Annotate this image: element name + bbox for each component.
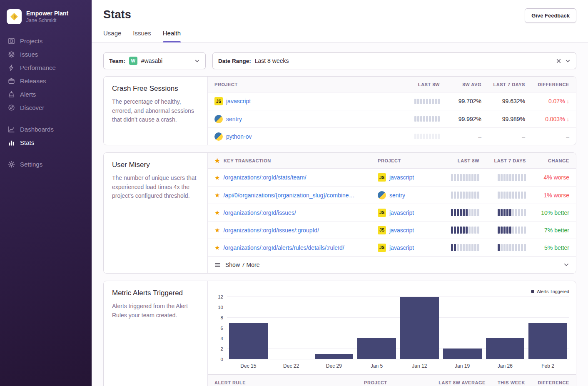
change-value: 1% worse <box>526 192 569 199</box>
sidebar-item-settings[interactable]: Settings <box>0 157 92 171</box>
sidebar-item-discover[interactable]: Discover <box>0 101 92 114</box>
main-content: Stats Give Feedback Usage Issues Health … <box>92 0 588 386</box>
sessions-sparkline <box>414 116 440 122</box>
team-avatar: W <box>129 57 137 65</box>
date-range-select[interactable]: Date Range: Last 8 weeks <box>212 52 576 69</box>
difference-value: 0.07% ↓ <box>525 98 569 105</box>
star-icon: ★ <box>214 157 220 164</box>
panel-title: Crash Free Sessions <box>112 85 199 93</box>
sidebar-item-label: Settings <box>20 161 42 168</box>
chart-x-label: Dec 15 <box>227 363 270 369</box>
user-name: Jane Schmidt <box>26 17 68 23</box>
table-row: ★ /organizations/:orgId/alerts/rules/det… <box>208 239 576 256</box>
performance-icon <box>7 64 15 71</box>
project-link[interactable]: sentry <box>226 116 242 122</box>
page-header: Stats Give Feedback <box>92 0 588 23</box>
sidebar-item-dashboards[interactable]: Dashboards <box>0 122 92 136</box>
sidebar-item-releases[interactable]: Releases <box>0 74 92 87</box>
crash-free-sessions-panel: Crash Free Sessions The percentage of he… <box>103 76 576 145</box>
key-transaction-star-icon[interactable]: ★ <box>214 244 220 251</box>
misery-sparkline-8w <box>451 174 479 181</box>
down-arrow-icon: ↓ <box>567 98 570 105</box>
panel-title: User Misery <box>112 161 199 169</box>
content-area: Team: W #wasabi Date Range: Last 8 weeks… <box>92 42 588 386</box>
key-transaction-star-icon[interactable]: ★ <box>214 192 220 198</box>
clear-date-icon[interactable] <box>556 58 561 64</box>
last-7d-value: – <box>481 133 525 140</box>
sidebar-item-label: Dashboards <box>20 126 54 133</box>
down-arrow-icon: ↓ <box>567 116 570 122</box>
chevron-down-icon <box>194 58 200 64</box>
change-value: 5% better <box>526 244 569 251</box>
legend-dot-icon <box>531 290 534 293</box>
project-link[interactable]: sentry <box>389 192 405 199</box>
chart-x-label: Dec 29 <box>313 363 356 369</box>
list-icon <box>214 262 221 268</box>
javascript-platform-icon: JS <box>378 209 386 217</box>
sidebar-item-issues[interactable]: Issues <box>0 47 92 61</box>
give-feedback-button[interactable]: Give Feedback <box>525 8 576 23</box>
javascript-platform-icon: JS <box>378 226 386 234</box>
project-link[interactable]: javascript <box>389 209 414 216</box>
key-transaction-star-icon[interactable]: ★ <box>214 209 220 216</box>
org-logo-icon <box>7 9 22 24</box>
chevron-down-icon <box>565 58 571 64</box>
change-value: 10% better <box>526 209 569 216</box>
transaction-link[interactable]: /api/0/organizations/{organization_slug}… <box>223 192 354 199</box>
panel-description: User Misery The number of unique users t… <box>104 153 208 273</box>
dashboards-icon <box>7 125 15 133</box>
misery-sparkline-7d <box>498 174 526 181</box>
transaction-link[interactable]: /organizations/:orgId/stats/team/ <box>223 174 306 181</box>
difference-value: 0.003% ↓ <box>525 116 569 122</box>
transaction-link[interactable]: /organizations/:orgId/alerts/rules/detai… <box>223 244 344 251</box>
col-8w-avg: 8W Avg <box>440 82 481 87</box>
project-link[interactable]: javascript <box>389 174 414 181</box>
python-platform-icon <box>214 132 223 141</box>
user-misery-panel: User Misery The number of unique users t… <box>103 152 576 274</box>
project-link[interactable]: javascript <box>226 98 251 105</box>
sidebar-item-label: Stats <box>20 139 34 146</box>
sidebar-item-stats[interactable]: Stats <box>0 136 92 149</box>
table-row: ★ /organizations/:orgId/issues/:groupId/… <box>208 221 576 239</box>
transaction-link[interactable]: /organizations/:orgId/issues/:groupId/ <box>223 227 319 234</box>
javascript-platform-icon: JS <box>378 173 386 182</box>
sidebar-item-label: Issues <box>20 51 38 58</box>
sidebar-item-performance[interactable]: Performance <box>0 61 92 74</box>
chart-x-label: Jan 19 <box>441 363 484 369</box>
releases-icon <box>7 77 15 85</box>
chart-x-label: Jan 5 <box>355 363 398 369</box>
col-last-7-days: Last 7 Days <box>479 158 526 163</box>
chevron-down-icon <box>563 262 569 268</box>
col-last-8w: Last 8W <box>390 82 440 87</box>
javascript-platform-icon: JS <box>214 97 223 105</box>
sidebar-item-alerts[interactable]: Alerts <box>0 87 92 101</box>
stats-icon <box>7 139 15 146</box>
col-difference: Difference <box>525 380 569 385</box>
sidebar: Empower Plant Jane Schmidt Projects Issu… <box>0 0 92 386</box>
col-project: Project <box>214 82 390 87</box>
chart-x-label: Dec 22 <box>270 363 313 369</box>
nav-divider <box>0 114 92 122</box>
last-7d-value: 99.989% <box>481 116 525 122</box>
org-switcher[interactable]: Empower Plant Jane Schmidt <box>0 6 92 27</box>
project-link[interactable]: python-ov <box>226 133 252 140</box>
misery-sparkline-7d <box>498 227 526 234</box>
sidebar-item-projects[interactable]: Projects <box>0 34 92 47</box>
avg-8w-value: 99.992% <box>440 116 481 122</box>
project-link[interactable]: javascript <box>389 244 414 251</box>
project-link[interactable]: javascript <box>389 227 414 234</box>
tab-usage[interactable]: Usage <box>103 30 121 42</box>
show-more-button[interactable]: Show 7 More <box>208 256 576 273</box>
legend-label: Alerts Triggered <box>537 289 569 294</box>
tab-health[interactable]: Health <box>163 30 181 42</box>
tab-issues[interactable]: Issues <box>133 30 151 42</box>
projects-icon <box>7 37 15 45</box>
team-select[interactable]: Team: W #wasabi <box>103 52 206 69</box>
col-last-8w-average: Last 8W Average <box>433 380 486 385</box>
key-transaction-star-icon[interactable]: ★ <box>214 174 220 181</box>
misery-sparkline-7d <box>498 209 526 216</box>
key-transaction-star-icon[interactable]: ★ <box>214 227 220 233</box>
transaction-link[interactable]: /organizations/:orgId/issues/ <box>223 209 296 216</box>
show-more-label: Show 7 More <box>225 261 259 268</box>
col-project: Project <box>378 158 433 163</box>
